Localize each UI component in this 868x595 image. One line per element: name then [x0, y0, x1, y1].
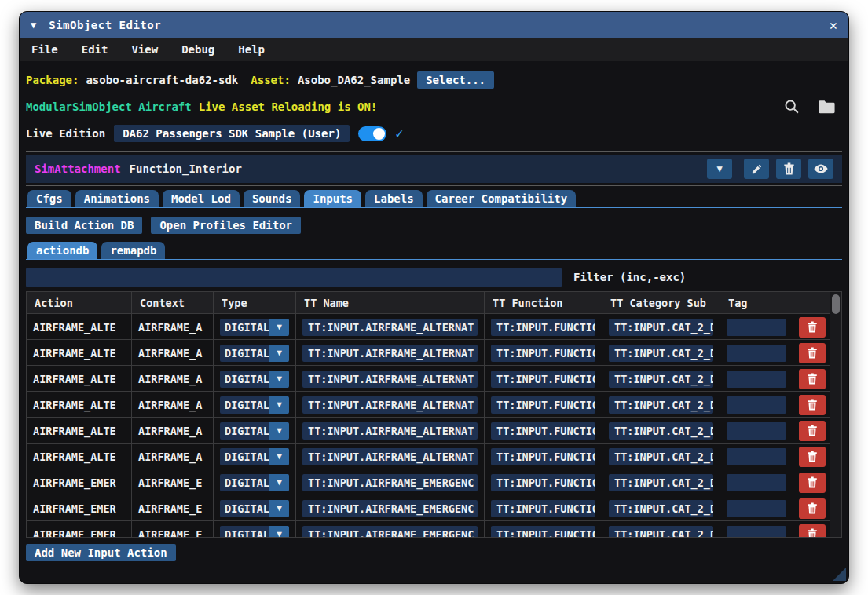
menu-item-file[interactable]: File [31, 43, 58, 56]
col-header-tag: Tag [720, 292, 793, 313]
tt-name-input[interactable]: TT:INPUT.AIRFRAME_ALTERNAT [302, 422, 478, 440]
tt-function-input[interactable]: TT:INPUT.FUNCTIO [491, 422, 595, 440]
tt-category-sub-input[interactable]: TT:INPUT.CAT_2_D [609, 371, 713, 388]
type-dropdown[interactable]: DIGITAL ▼ [220, 526, 289, 538]
delete-row-button[interactable] [799, 343, 826, 363]
type-dropdown[interactable]: DIGITAL ▼ [220, 474, 289, 491]
delete-row-button[interactable] [799, 395, 826, 415]
type-dropdown[interactable]: DIGITAL ▼ [220, 345, 289, 362]
delete-row-button[interactable] [799, 421, 826, 441]
tag-input[interactable] [727, 474, 786, 491]
menu-item-view[interactable]: View [131, 43, 158, 56]
vertical-scrollbar[interactable] [830, 292, 841, 537]
filter-input[interactable] [26, 268, 562, 287]
delete-attachment-button[interactable] [776, 159, 801, 179]
visibility-button[interactable] [808, 159, 833, 179]
tt-function-input[interactable]: TT:INPUT.FUNCTIO [491, 319, 595, 336]
search-icon[interactable] [783, 98, 800, 115]
cell-tt-function: TT:INPUT.FUNCTIO [485, 340, 602, 366]
type-dropdown[interactable]: DIGITAL ▼ [220, 500, 289, 517]
col-header-context: Context [132, 292, 214, 313]
folder-icon[interactable] [818, 99, 836, 115]
package-row: Package: asobo-aircraft-da62-sdk Asset: … [26, 70, 842, 90]
tab-cfgs[interactable]: Cfgs [27, 190, 71, 207]
tt-name-input[interactable]: TT:INPUT.AIRFRAME_ALTERNAT [302, 396, 478, 414]
tt-function-input[interactable]: TT:INPUT.FUNCTIO [491, 396, 595, 414]
tt-category-sub-input[interactable]: TT:INPUT.CAT_2_D [609, 345, 713, 362]
tab-sounds[interactable]: Sounds [244, 190, 301, 207]
delete-row-button[interactable] [799, 317, 826, 338]
open-profiles-editor-button[interactable]: Open Profiles Editor [151, 217, 301, 234]
cell-tt-category-sub: TT:INPUT.CAT_2_D [602, 418, 720, 444]
tag-input[interactable] [727, 319, 786, 336]
asset-value: Asobo_DA62_Sample [298, 74, 410, 86]
subtab-actiondb[interactable]: actiondb [27, 242, 97, 259]
type-dropdown[interactable]: DIGITAL ▼ [220, 371, 289, 388]
cell-type: DIGITAL ▼ [214, 469, 296, 495]
tt-category-sub-input[interactable]: TT:INPUT.CAT_2_D [609, 474, 713, 491]
delete-row-button[interactable] [799, 498, 826, 519]
tag-input[interactable] [727, 345, 786, 362]
type-dropdown[interactable]: DIGITAL ▼ [220, 448, 289, 465]
delete-row-button[interactable] [799, 524, 826, 538]
tt-name-input[interactable]: TT:INPUT.AIRFRAME_ALTERNAT [302, 345, 478, 362]
object-type-label: ModularSimObject Aircraft [26, 100, 192, 113]
tag-input[interactable] [727, 371, 786, 388]
live-edition-toggle[interactable] [358, 126, 386, 141]
build-action-db-button[interactable]: Build Action DB [26, 217, 142, 234]
scrollbar-thumb[interactable] [832, 294, 840, 314]
tag-input[interactable] [727, 422, 786, 440]
tab-model-lod[interactable]: Model Lod [163, 190, 240, 207]
edit-attachment-button[interactable] [744, 159, 769, 179]
chevron-down-icon: ▼ [269, 448, 289, 465]
menu-item-edit[interactable]: Edit [82, 43, 108, 56]
tt-name-input[interactable]: TT:INPUT.AIRFRAME_EMERGENC [302, 526, 478, 538]
tag-input[interactable] [727, 448, 786, 465]
delete-row-button[interactable] [799, 369, 826, 389]
tt-function-input[interactable]: TT:INPUT.FUNCTIO [491, 448, 595, 465]
subtab-remapdb[interactable]: remapdb [101, 242, 165, 259]
menu-item-help[interactable]: Help [238, 43, 265, 56]
cell-action: AIRFRAME_ALTE [27, 444, 132, 469]
attachment-dropdown-button[interactable]: ▼ [707, 159, 732, 179]
tag-input[interactable] [727, 396, 786, 414]
type-dropdown[interactable]: DIGITAL ▼ [220, 319, 289, 336]
tab-career-compatibility[interactable]: Career Compatibility [427, 190, 577, 207]
close-icon[interactable]: ✕ [830, 17, 837, 33]
add-new-input-action-button[interactable]: Add New Input Action [26, 544, 176, 561]
package-label: Package: [26, 74, 79, 86]
tt-function-input[interactable]: TT:INPUT.FUNCTIO [491, 345, 595, 362]
tt-category-sub-input[interactable]: TT:INPUT.CAT_2_D [609, 500, 713, 517]
tab-inputs[interactable]: Inputs [304, 190, 361, 207]
tt-function-input[interactable]: TT:INPUT.FUNCTIO [491, 526, 595, 538]
tt-name-input[interactable]: TT:INPUT.AIRFRAME_EMERGENC [302, 474, 478, 491]
delete-row-button[interactable] [799, 473, 826, 493]
tt-category-sub-input[interactable]: TT:INPUT.CAT_2_D [609, 422, 713, 440]
type-dropdown[interactable]: DIGITAL ▼ [220, 422, 289, 440]
tab-animations[interactable]: Animations [75, 190, 159, 207]
tt-category-sub-input[interactable]: TT:INPUT.CAT_2_D [609, 319, 713, 336]
live-edition-selection[interactable]: DA62 Passengers SDK Sample (User) [114, 125, 350, 142]
toggle-knob [373, 128, 385, 140]
tt-function-input[interactable]: TT:INPUT.FUNCTIO [491, 500, 595, 517]
tab-labels[interactable]: Labels [365, 190, 423, 207]
titlebar[interactable]: ▼ SimObject Editor ✕ [20, 12, 848, 38]
tag-input[interactable] [727, 500, 786, 517]
tt-name-input[interactable]: TT:INPUT.AIRFRAME_ALTERNAT [302, 448, 478, 465]
tt-name-input[interactable]: TT:INPUT.AIRFRAME_EMERGENC [302, 500, 478, 517]
select-asset-button[interactable]: Select... [417, 71, 494, 89]
tt-function-input[interactable]: TT:INPUT.FUNCTIO [491, 371, 595, 388]
type-dropdown[interactable]: DIGITAL ▼ [220, 396, 289, 414]
tt-name-input[interactable]: TT:INPUT.AIRFRAME_ALTERNAT [302, 319, 478, 336]
tag-input[interactable] [727, 526, 786, 538]
tt-function-input[interactable]: TT:INPUT.FUNCTIO [491, 474, 595, 491]
menu-item-debug[interactable]: Debug [181, 43, 214, 56]
tt-category-sub-input[interactable]: TT:INPUT.CAT_2_D [609, 448, 713, 465]
resize-grip[interactable] [833, 568, 846, 581]
tt-category-sub-input[interactable]: TT:INPUT.CAT_2_D [609, 526, 713, 538]
cell-action: AIRFRAME_ALTE [27, 340, 132, 366]
cell-tt-name: TT:INPUT.AIRFRAME_ALTERNAT [296, 418, 485, 444]
delete-row-button[interactable] [799, 447, 826, 467]
tt-name-input[interactable]: TT:INPUT.AIRFRAME_ALTERNAT [302, 371, 478, 388]
tt-category-sub-input[interactable]: TT:INPUT.CAT_2_D [609, 396, 713, 414]
